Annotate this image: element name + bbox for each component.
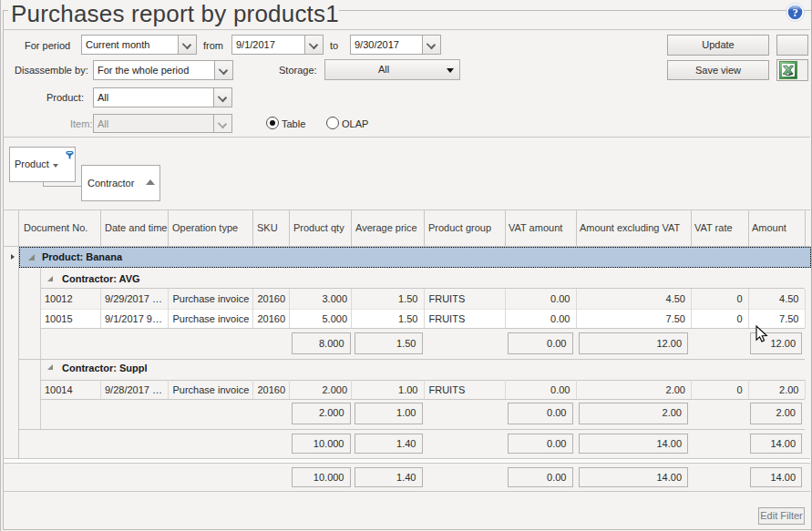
svg-text:?: ? (792, 6, 797, 19)
